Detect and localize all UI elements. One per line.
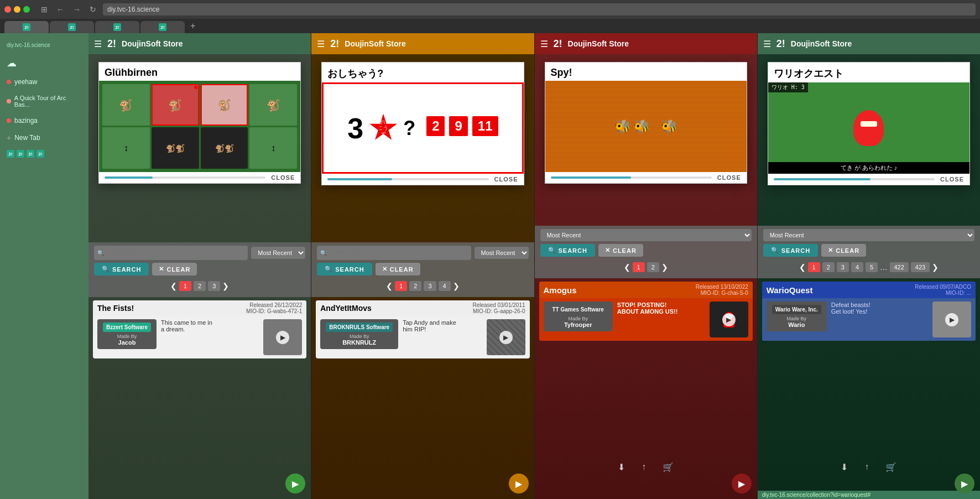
panel-2-page-2[interactable]: 2 [409, 281, 421, 291]
panel-1-monkey-grid: 🐒 🐒 🐒 🐒 ↕ 🐒🐒 🐒🐒 [99, 81, 300, 172]
arrow-cell-2: ↕ [249, 127, 297, 169]
panel-1-clear-button[interactable]: ✕ CLEAR [152, 263, 197, 276]
panel-4-close-button[interactable]: CLOSE [940, 176, 964, 183]
tab-4[interactable]: 2! [140, 21, 185, 33]
panel-1-sort-dropdown[interactable]: Most Recent [251, 247, 305, 259]
refresh-button[interactable]: ↻ [87, 4, 98, 15]
panel-4-clear-button[interactable]: ✕ CLEAR [821, 244, 866, 257]
panel-3-cart-icon[interactable]: 🛒 [663, 462, 674, 472]
panel-4-cart-icon[interactable]: 🛒 [885, 462, 896, 472]
panel-4-page-5[interactable]: 5 [866, 262, 878, 272]
panel-2-popup-title: おしちゃう? [322, 63, 523, 82]
panel-2-page-1[interactable]: 1 [395, 281, 407, 291]
panel-4-page-1[interactable]: 1 [808, 262, 820, 272]
panel-1-prev-page[interactable]: ❮ [170, 282, 177, 290]
panel-1-popup-footer: CLOSE [99, 172, 300, 183]
panel-1-play-button[interactable]: ▶ [276, 331, 289, 344]
panel-3-next-page[interactable]: ❯ [661, 263, 668, 272]
panel-3-hamburger-icon[interactable]: ☰ [540, 39, 548, 49]
panel-4-hamburger-icon[interactable]: ☰ [763, 39, 771, 49]
panel-2-page-3[interactable]: 3 [424, 281, 436, 291]
panel-1-fab-button[interactable]: ▶ [285, 474, 305, 493]
new-tab-button[interactable]: + [186, 19, 200, 33]
panel-1-close-button[interactable]: CLOSE [271, 174, 295, 181]
sidebar-tab-1[interactable]: 2! [7, 150, 14, 158]
sidebar-tab-3[interactable]: 2! [27, 150, 34, 158]
sidebar-tab-4[interactable]: 2! [37, 150, 44, 158]
sidebar-item-bazinga[interactable]: bazinga [0, 112, 88, 129]
panel-3-close-button[interactable]: CLOSE [717, 174, 741, 181]
panel-4-play-button[interactable]: ▶ [945, 313, 958, 326]
panel-3-page-2[interactable]: 2 [647, 262, 659, 272]
forward-button[interactable]: → [71, 4, 83, 15]
panel-1-thumbnail[interactable]: ▶ [263, 319, 302, 355]
panel-3-sort-dropdown[interactable]: Most Recent [540, 229, 752, 241]
panel-3-fab-button[interactable]: ▶ [732, 474, 752, 493]
sidebar-toggle-button[interactable]: ⊞ [39, 4, 50, 15]
panel-4-prev-page[interactable]: ❮ [799, 263, 806, 272]
panel-3-popup-footer: CLOSE [545, 172, 747, 183]
panel-4: ☰ 2! DoujinSoft Store Most Recent [758, 33, 980, 499]
panel-4-made-by-name: Wario [772, 321, 821, 328]
panel-2-fab-button[interactable]: ▶ [509, 474, 529, 493]
panel-2-hamburger-icon[interactable]: ☰ [317, 39, 325, 49]
panel-4-download-icon[interactable]: ⬇ [841, 462, 848, 472]
panel-4-sort-dropdown[interactable]: Most Recent [763, 229, 974, 241]
close-window-button[interactable] [4, 6, 11, 13]
panel-4-search-button[interactable]: 🔍 SEARCH [763, 244, 818, 257]
panel-1-page-2[interactable]: 2 [194, 281, 206, 291]
panel-4-page-422[interactable]: 422 [890, 262, 909, 272]
panel-4-page-4[interactable]: 4 [851, 262, 863, 272]
panel-4-thumbnail[interactable]: ▶ [932, 302, 971, 337]
panel-1-search-input[interactable] [106, 247, 244, 258]
panel-1-page-3[interactable]: 3 [208, 281, 220, 291]
maximize-window-button[interactable] [23, 6, 30, 13]
panel-3-card-header: Amogus Released 13/10/2022 MIO-ID: G-cha… [539, 282, 753, 298]
panel-2-clear-button[interactable]: ✕ CLEAR [376, 263, 420, 276]
panel-4-desc: Defeat beasts! Get loot! Yes! [831, 302, 928, 337]
panel-3-thumbnail[interactable]: ▶ [710, 302, 748, 337]
panel-3-clear-button[interactable]: ✕ CLEAR [598, 244, 643, 257]
panel-2-play-button[interactable]: ▶ [499, 331, 513, 344]
panel-2-close-button[interactable]: CLOSE [494, 176, 518, 183]
panel-1-search-button[interactable]: 🔍 SEARCH [94, 263, 149, 276]
panel-1-hamburger-icon[interactable]: ☰ [94, 39, 102, 49]
panel-4-page-423[interactable]: 423 [911, 262, 930, 272]
panel-4-page-3[interactable]: 3 [837, 262, 849, 272]
panel-1-page-1[interactable]: 1 [179, 281, 191, 291]
panel-4-share-icon[interactable]: ↑ [864, 462, 869, 472]
panel-3-share-icon[interactable]: ↑ [642, 462, 646, 472]
panel-4-mio-id: MIO-ID: ... [915, 290, 971, 296]
tab-1[interactable]: 2! [4, 21, 49, 33]
panel-4-clear-icon: ✕ [828, 247, 833, 254]
sidebar-item-arc[interactable]: A Quick Tour of Arc Bas... [0, 90, 88, 112]
sidebar-item-new-tab[interactable]: + New Tab [0, 129, 88, 147]
panel-3-download-icon[interactable]: ⬇ [618, 462, 625, 472]
panel-4-next-page[interactable]: ❯ [932, 263, 939, 272]
panel-1-search-icon: 🔍 [97, 250, 104, 256]
minimize-window-button[interactable] [14, 6, 20, 13]
panel-2-thumbnail[interactable]: ▶ [487, 319, 525, 355]
sidebar-tab-2[interactable]: 2! [17, 150, 24, 158]
panel-2-prev-page[interactable]: ❮ [386, 282, 393, 290]
panel-2-search-input[interactable] [329, 247, 467, 258]
panel-3-search-button[interactable]: 🔍 SEARCH [540, 244, 595, 257]
panel-2-card-meta: Released 03/01/2011 MIO-ID: G-aapp-26-0 [472, 302, 525, 314]
panel-2-sort-dropdown[interactable]: Most Recent [475, 247, 529, 259]
panel-1-next-page[interactable]: ❯ [222, 282, 229, 290]
url-bar[interactable]: diy.tvc-16.science [103, 3, 976, 15]
panel-3-play-button[interactable]: ▶ [722, 313, 736, 326]
panel-4-fab-button[interactable]: ▶ [955, 474, 974, 493]
panel-3-page-1[interactable]: 1 [633, 262, 645, 272]
tab-3[interactable]: 2! [95, 21, 139, 33]
panel-3-prev-page[interactable]: ❮ [624, 263, 630, 272]
panel-4-search-btn-icon: 🔍 [771, 247, 779, 254]
panel-2-page-4[interactable]: 4 [439, 281, 451, 291]
panel-2-search-button[interactable]: 🔍 SEARCH [317, 263, 372, 276]
panel-3-progress-fill [551, 176, 632, 179]
panel-2-next-page[interactable]: ❯ [453, 282, 460, 290]
panel-4-page-2[interactable]: 2 [822, 262, 835, 272]
back-button[interactable]: ← [54, 4, 66, 15]
sidebar-item-yeehaw[interactable]: yeehaw [0, 74, 88, 90]
tab-2[interactable]: 2! [50, 21, 94, 33]
